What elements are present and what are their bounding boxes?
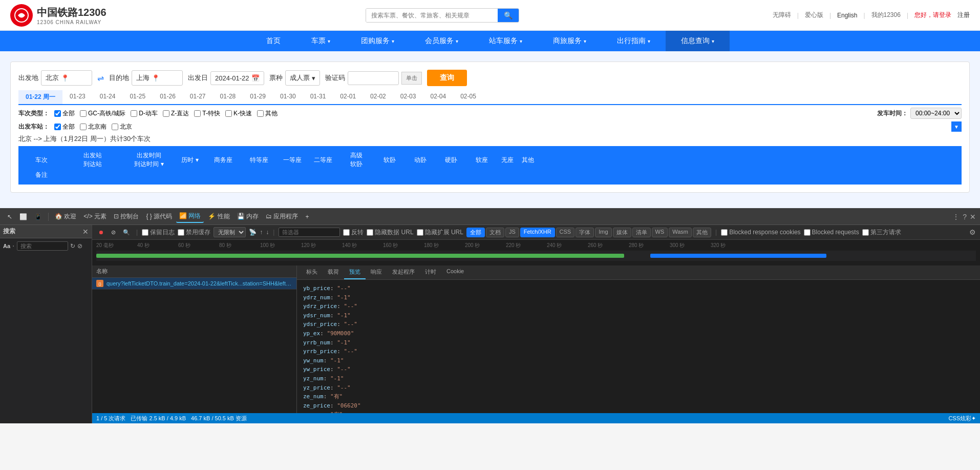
chip-media[interactable]: 媒体 bbox=[613, 228, 631, 237]
date-tab-9[interactable]: 01-31 bbox=[303, 90, 333, 105]
time-select[interactable]: 00:00~24:00 bbox=[910, 108, 962, 119]
search-input-wrap[interactable]: 🔍 bbox=[366, 8, 519, 23]
date-tab-6[interactable]: 01-28 bbox=[213, 90, 243, 105]
filter-all[interactable]: 全部 bbox=[54, 109, 75, 118]
chip-css[interactable]: CSS bbox=[556, 228, 575, 237]
search-network-button[interactable]: 🔍 bbox=[121, 228, 132, 237]
chip-ws[interactable]: WS bbox=[652, 228, 668, 237]
nav-home[interactable]: 首页 bbox=[251, 31, 296, 51]
date-tab-11[interactable]: 02-02 bbox=[363, 90, 393, 105]
login-link[interactable]: 您好，请登录 bbox=[914, 11, 951, 19]
filter-beijing[interactable]: 北京 bbox=[112, 122, 132, 131]
date-tab-8[interactable]: 01-30 bbox=[273, 90, 303, 105]
date-tab-13[interactable]: 02-04 bbox=[423, 90, 453, 105]
chip-js[interactable]: JS bbox=[505, 228, 519, 237]
network-button[interactable]: 📶 网络 bbox=[176, 210, 204, 223]
date-tab-10[interactable]: 02-01 bbox=[333, 90, 363, 105]
filter-other[interactable]: 其他 bbox=[257, 109, 278, 118]
sources-button[interactable]: { } 源代码 bbox=[143, 211, 175, 222]
tab-response[interactable]: 响应 bbox=[366, 265, 387, 279]
filter-t[interactable]: T-特快 bbox=[194, 109, 220, 118]
filter-all-station[interactable]: 全部 bbox=[54, 122, 75, 131]
date-input[interactable]: 2024-01-22 📅 bbox=[210, 71, 264, 85]
chip-clear[interactable]: 清单 bbox=[632, 228, 651, 237]
tab-timing[interactable]: 计时 bbox=[420, 265, 441, 279]
date-tab-0[interactable]: 01-22 周一 bbox=[18, 90, 62, 105]
chip-doc[interactable]: 文档 bbox=[486, 228, 504, 237]
filter-d[interactable]: D-动车 bbox=[131, 109, 158, 118]
dot-button[interactable]: · bbox=[12, 241, 14, 251]
filter-beijing-nan[interactable]: 北京南 bbox=[80, 122, 106, 131]
wuzhangai-link[interactable]: 无障碍 bbox=[773, 11, 791, 19]
preserve-log-checkbox[interactable] bbox=[142, 229, 148, 236]
date-tab-5[interactable]: 01-27 bbox=[183, 90, 213, 105]
disable-cache-checkbox[interactable] bbox=[178, 229, 184, 236]
filter-gc[interactable]: GC-高铁/城际 bbox=[80, 109, 125, 118]
my12306-link[interactable]: 我的12306 bbox=[871, 11, 901, 19]
site-search-button[interactable]: 🔍 bbox=[498, 9, 519, 22]
date-tab-3[interactable]: 01-25 bbox=[122, 90, 153, 105]
tab-cookies[interactable]: Cookie bbox=[441, 265, 469, 279]
cursor-tool-button[interactable]: ↖ bbox=[4, 212, 15, 222]
request-item[interactable]: {} query?leftTicketDTO.train_date=2024-0… bbox=[92, 278, 296, 290]
date-tab-4[interactable]: 01-26 bbox=[153, 90, 183, 105]
memory-button[interactable]: 💾 内存 bbox=[234, 211, 262, 222]
chip-wasm[interactable]: Wasm bbox=[669, 228, 692, 237]
nav-info[interactable]: 信息查询 ▾ bbox=[666, 31, 730, 51]
close-search-icon[interactable]: ✕ bbox=[82, 228, 89, 236]
tab-payload[interactable]: 载荷 bbox=[323, 265, 344, 279]
nav-group[interactable]: 团购服务 ▾ bbox=[346, 31, 410, 51]
aixin-link[interactable]: 爱心版 bbox=[805, 11, 823, 19]
filter-z[interactable]: Z-直达 bbox=[163, 109, 189, 118]
clear-button[interactable]: ⊘ bbox=[109, 228, 118, 237]
reverse-label[interactable]: 反转 bbox=[343, 228, 364, 237]
filter-k[interactable]: K-快速 bbox=[225, 109, 252, 118]
blocked-cookies-label[interactable]: Blocked response cookies bbox=[721, 229, 800, 236]
inspect-button[interactable]: ⬜ bbox=[16, 212, 30, 222]
chip-img[interactable]: Img bbox=[595, 228, 611, 237]
settings-icon[interactable]: ⚙ bbox=[969, 228, 976, 236]
ticket-select[interactable]: 成人票 ▾ bbox=[285, 70, 320, 86]
chip-other[interactable]: 其他 bbox=[693, 228, 711, 237]
throttle-select[interactable]: 无限制 bbox=[214, 227, 246, 237]
hide-ext-url-label[interactable]: 隐藏扩展 URL bbox=[417, 228, 463, 237]
chip-all[interactable]: 全部 bbox=[466, 228, 485, 237]
date-tab-2[interactable]: 01-24 bbox=[93, 90, 123, 105]
hide-data-url-label[interactable]: 隐藏数据 URL bbox=[367, 228, 413, 237]
performance-button[interactable]: ⚡ 性能 bbox=[205, 211, 232, 222]
third-party-label[interactable]: 第三方请求 bbox=[862, 228, 901, 237]
register-link[interactable]: 注册 bbox=[957, 11, 970, 19]
more-options-icon[interactable]: ⋮ bbox=[952, 213, 960, 221]
date-tab-7[interactable]: 01-29 bbox=[243, 90, 273, 105]
blocked-req-label[interactable]: Blocked requests bbox=[804, 229, 859, 236]
nav-station[interactable]: 站车服务 ▾ bbox=[474, 31, 538, 51]
filter-input[interactable] bbox=[279, 228, 340, 237]
to-input[interactable]: 上海 📍 bbox=[132, 70, 183, 86]
welcome-button[interactable]: 🏠 欢迎 bbox=[52, 211, 79, 222]
nav-guide[interactable]: 出行指南 ▾ bbox=[602, 31, 666, 51]
english-link[interactable]: English bbox=[837, 12, 857, 19]
application-button[interactable]: 🗂 应用程序 bbox=[263, 211, 301, 222]
record-button[interactable]: ⏺ bbox=[96, 228, 106, 236]
chip-fetch[interactable]: Fetch/XHR bbox=[520, 228, 555, 237]
add-tab-button[interactable]: + bbox=[302, 212, 312, 222]
preserve-log-label[interactable]: 保留日志 bbox=[142, 228, 175, 237]
tab-headers[interactable]: 标头 bbox=[301, 265, 323, 279]
swap-icon[interactable]: ⇌ bbox=[97, 73, 104, 83]
refresh-icon[interactable]: ↻ bbox=[70, 242, 75, 250]
tab-preview[interactable]: 预览 bbox=[344, 265, 366, 279]
console-button[interactable]: ⊡ 控制台 bbox=[111, 211, 142, 222]
search-mini-input[interactable] bbox=[17, 241, 68, 251]
tab-initiator[interactable]: 发起程序 bbox=[387, 265, 420, 279]
collapse-button[interactable]: ▼ bbox=[951, 121, 962, 132]
date-tab-14[interactable]: 02-05 bbox=[453, 90, 483, 105]
help-icon[interactable]: ? bbox=[963, 213, 967, 221]
cancel-icon[interactable]: ⊘ bbox=[77, 242, 82, 250]
nav-tickets[interactable]: 车票 ▾ bbox=[296, 31, 346, 51]
query-button[interactable]: 查询 bbox=[427, 70, 467, 86]
nav-member[interactable]: 会员服务 ▾ bbox=[410, 31, 474, 51]
device-button[interactable]: 📱 bbox=[31, 212, 45, 222]
date-tab-1[interactable]: 01-23 bbox=[62, 90, 93, 105]
disable-cache-label[interactable]: 禁用缓存 bbox=[178, 228, 210, 237]
captcha-image[interactable]: 单击 bbox=[401, 72, 422, 85]
